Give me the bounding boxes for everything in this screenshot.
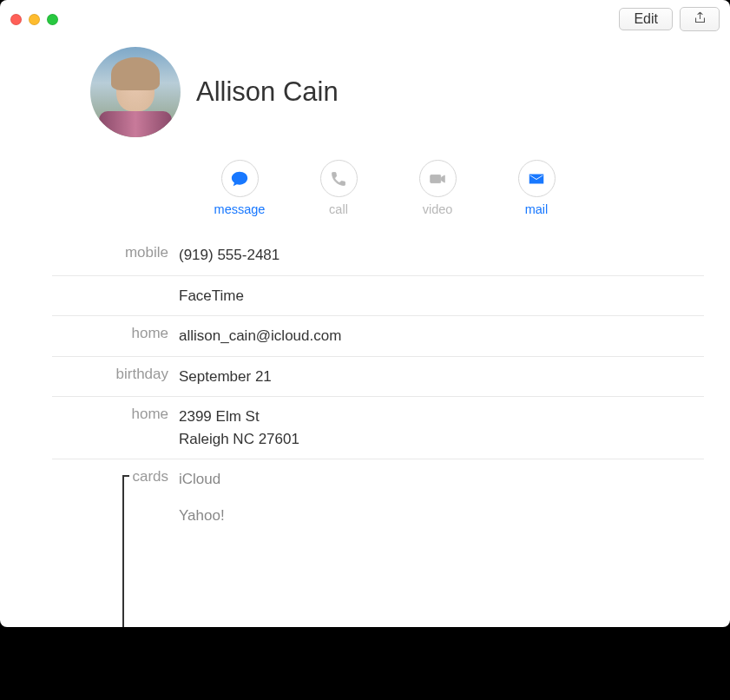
fields-list: mobile (919) 555-2481 FaceTime home alli… xyxy=(0,235,730,535)
avatar[interactable] xyxy=(90,47,181,137)
toolbar-right: Edit xyxy=(619,7,720,31)
contact-content: Allison Cain message call video xyxy=(0,38,730,535)
field-label xyxy=(52,285,179,307)
field-value: 2399 Elm St Raleigh NC 27601 xyxy=(179,406,299,450)
field-label: mobile xyxy=(52,244,179,267)
share-icon xyxy=(693,10,707,28)
field-label: home xyxy=(52,325,179,347)
close-window-button[interactable] xyxy=(10,14,22,25)
field-birthday[interactable]: birthday September 21 xyxy=(52,357,704,398)
field-label: cards xyxy=(52,468,179,526)
field-home-email[interactable]: home allison_cain@icloud.com xyxy=(52,316,704,357)
contact-name: Allison Cain xyxy=(196,76,339,108)
video-icon xyxy=(419,160,457,197)
field-value: September 21 xyxy=(179,366,272,388)
video-label: video xyxy=(423,202,453,216)
maximize-window-button[interactable] xyxy=(47,14,58,25)
minimize-window-button[interactable] xyxy=(29,14,40,25)
field-value: FaceTime xyxy=(179,285,244,307)
titlebar: Edit xyxy=(0,0,730,38)
field-value: (919) 555-2481 xyxy=(179,244,280,267)
share-button[interactable] xyxy=(680,7,720,31)
cards-value-icloud[interactable]: iCloud xyxy=(179,468,225,491)
callout-line xyxy=(122,475,124,627)
call-label: call xyxy=(329,202,348,216)
field-home-address[interactable]: home 2399 Elm St Raleigh NC 27601 xyxy=(52,397,704,459)
mail-label: mail xyxy=(525,202,549,216)
phone-icon xyxy=(320,160,358,197)
call-action[interactable]: call xyxy=(314,160,363,216)
message-icon xyxy=(221,160,259,197)
field-value: allison_cain@icloud.com xyxy=(179,325,341,347)
callout-tick xyxy=(122,475,129,477)
field-label: home xyxy=(52,406,179,450)
cards-value-yahoo[interactable]: Yahoo! xyxy=(179,505,225,527)
edit-button[interactable]: Edit xyxy=(619,8,673,30)
field-cards: cards iCloud Yahoo! xyxy=(52,459,704,535)
mail-action[interactable]: mail xyxy=(512,160,561,216)
field-facetime[interactable]: FaceTime xyxy=(52,276,704,317)
message-label: message xyxy=(214,202,266,216)
mail-icon xyxy=(518,160,556,197)
message-action[interactable]: message xyxy=(215,160,264,216)
video-action[interactable]: video xyxy=(413,160,462,216)
actions-row: message call video mail xyxy=(0,155,730,235)
contacts-window: Edit Allison Cain message xyxy=(0,0,730,627)
traffic-lights xyxy=(10,14,58,25)
contact-header: Allison Cain xyxy=(0,38,730,155)
field-mobile[interactable]: mobile (919) 555-2481 xyxy=(52,235,704,276)
field-label: birthday xyxy=(52,366,179,388)
